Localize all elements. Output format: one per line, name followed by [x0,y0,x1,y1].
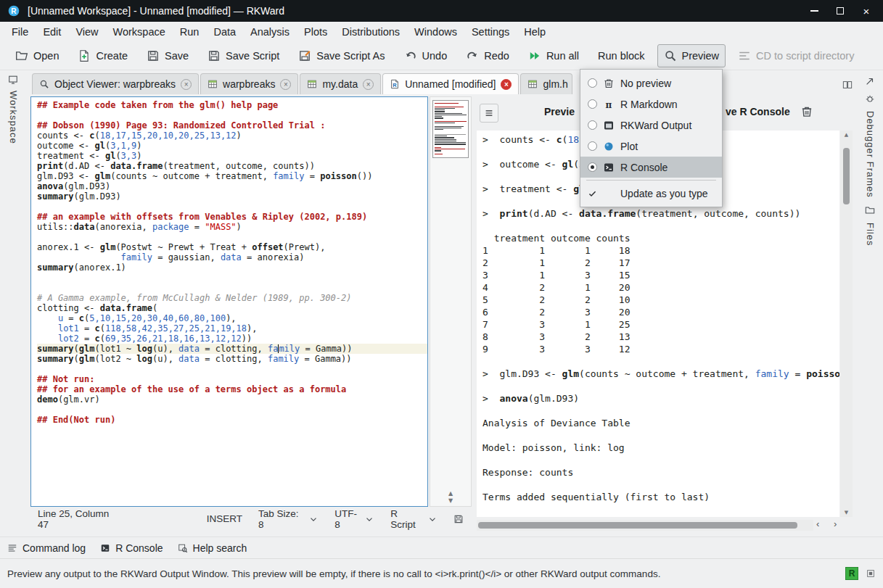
console-vertical-scrollbar[interactable]: ▲ ▼ [840,131,853,517]
tab-glm-h[interactable]: glm.h [520,73,572,94]
menu-run[interactable]: Run [173,23,207,41]
preview-menu-item-rkward-output[interactable]: RKWard Output [580,115,722,136]
editor-line: clotting <- data.frame( [37,303,427,313]
minimap-scroll-arrows[interactable]: ▲▼ [430,490,471,505]
menu-windows[interactable]: Windows [407,23,464,41]
toolbar-cd-to-script-directory[interactable]: CD to script directory [731,44,861,67]
save-icon[interactable] [453,514,464,524]
preview-options-button[interactable] [480,104,498,123]
menu-settings[interactable]: Settings [464,23,517,41]
preview-menu-item-r-console[interactable]: R Console [580,157,722,178]
toolbar-undo[interactable]: Undo [398,44,454,67]
console-line [482,355,839,368]
tab-close-button[interactable]: × [501,79,512,90]
preview-menu-item-update-as-you-type[interactable]: Update as you type [580,183,722,204]
toolview-help-search[interactable]: Help search [178,542,247,554]
editor-line: demo(glm.vr) [37,394,427,405]
menu-help[interactable]: Help [517,23,553,41]
chevron-down-icon [364,514,374,524]
vertical-scroll-thumb[interactable] [843,148,850,204]
tab-my-data[interactable]: my.data× [300,73,381,94]
editor-line: summary(anorex.1) [37,262,427,273]
toolbar-redo[interactable]: Redo [459,44,516,67]
right-dock-debugger-frames-tab[interactable]: Debugger Frames [865,111,876,198]
close-button[interactable]: × [857,3,876,19]
editor-line: family = gaussian, data = anorexia) [37,252,427,262]
console-line: 2 1 2 17 [482,257,839,269]
pi-icon: π [603,99,615,110]
split-view-icon[interactable] [842,80,853,90]
r-engine-status-badge[interactable]: R [845,567,858,580]
console-line: > anova(glm.D93) [482,392,839,405]
window-title: [Unnamed Workspace] - Unnamed [modified]… [28,5,797,17]
delete-preview-icon[interactable] [800,105,813,118]
tabbar: Object Viewer: warpbreaks×warpbreaks×my.… [26,72,857,94]
menu-view[interactable]: View [68,23,105,41]
preview-menu-item-plot[interactable]: Plot [580,136,722,157]
maximize-button[interactable] [831,3,850,19]
console-line: Response: counts [482,466,839,479]
editor-minimap[interactable]: ▲▼ [430,96,472,507]
toolbar-save-script-as[interactable]: Save Script As [292,44,391,67]
menu-edit[interactable]: Edit [36,23,68,41]
scroll-up-icon[interactable]: ▲ [840,132,853,138]
horizontal-scroll-arrows[interactable]: ‹ › [816,518,842,529]
menu-distributions[interactable]: Distributions [334,23,407,41]
toolview-command-log[interactable]: Command log [7,542,86,554]
menu-plots[interactable]: Plots [297,23,334,41]
console-line: Model: poisson, link: log [482,442,839,454]
toolbar-preview[interactable]: Preview [657,44,726,67]
editor-line [37,283,427,293]
editor-line: glm.D93 <- glm(counts ~ outcome + treatm… [37,171,427,181]
tab-close-button[interactable]: × [181,79,192,90]
scroll-down-icon[interactable]: ▼ [840,510,853,515]
preview-menu-item-r-markdown[interactable]: πR Markdown [580,94,722,115]
statusbar-grid-icon[interactable] [866,568,876,579]
detach-view-icon[interactable] [865,76,875,86]
tab-close-button[interactable]: × [363,79,374,90]
magnifier-icon [39,79,49,89]
toolbar-open[interactable]: Open [9,44,65,67]
menu-workspace[interactable]: Workspace [106,23,173,41]
console-icon [603,162,615,173]
editor-line [37,405,427,415]
toolbar-run-block[interactable]: Run block [591,45,651,67]
console-icon [100,543,110,553]
menu-item-label: No preview [620,78,671,89]
toolbar-save-script[interactable]: Save Script [201,44,286,67]
tab-close-button[interactable]: × [280,79,291,90]
editor-line: ## Dobson (1990) Page 93: Randomized Con… [37,120,427,131]
toolbar-create[interactable]: Create [71,44,134,67]
status-encoding-selector[interactable]: UTF-8 [334,508,374,530]
trash-icon [603,78,615,89]
preview-menu-item-no-preview[interactable]: No preview [580,73,722,94]
menu-analysis[interactable]: Analysis [243,23,297,41]
minimize-button[interactable] [805,3,824,19]
menu-item-label: Update as you type [620,188,708,199]
editor-line: treatment <- gl(3,3) [37,151,427,161]
editor-text-area[interactable]: ## Example code taken from the glm() hel… [31,97,427,506]
horizontal-scroll-thumb[interactable] [478,522,797,529]
menu-file[interactable]: File [4,23,36,41]
console-line: Terms added sequentially (first to last) [482,491,839,503]
left-dock-workspace-tab[interactable]: Workspace [8,91,19,144]
table-icon [307,79,317,89]
tab-warpbreaks[interactable]: warpbreaks× [200,73,298,94]
status-tab-size-selector[interactable]: Tab Size: 8 [258,508,319,530]
tab-unnamed-modified[interactable]: RUnnamed [modified]× [382,73,519,94]
console-horizontal-scrollbar[interactable] [477,520,813,531]
editor-line [37,202,427,212]
toolbar-save[interactable]: Save [140,44,195,67]
menu-data[interactable]: Data [206,23,243,41]
right-dock-files-tab[interactable]: Files [865,223,876,246]
left-dock-bar[interactable]: Workspace [0,70,26,537]
status-insert-mode[interactable]: INSERT [207,513,242,524]
minimap-thumbnail[interactable] [432,100,469,158]
toolbar-run-all[interactable]: Run all [522,44,586,67]
script-editor[interactable]: ## Example code taken from the glm() hel… [30,96,428,507]
toolview-r-console[interactable]: R Console [100,542,163,554]
tab-object-viewer-warpbreaks[interactable]: Object Viewer: warpbreaks× [32,73,199,94]
tab-label: glm.h [543,78,567,90]
status-filetype-selector[interactable]: R Script [390,508,438,530]
right-dock-bar[interactable]: Debugger Frames Files [857,70,883,537]
